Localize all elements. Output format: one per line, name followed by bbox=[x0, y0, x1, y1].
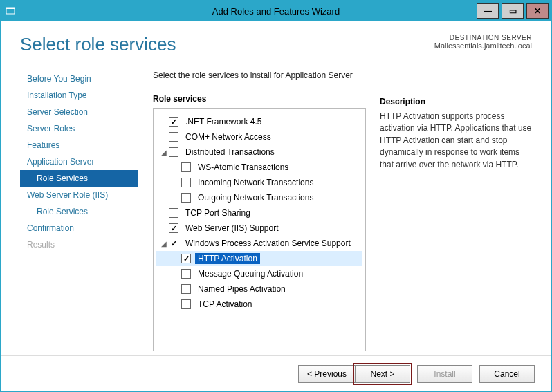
nav-item[interactable]: Before You Begin bbox=[20, 71, 138, 87]
nav-button-group: < Previous Next > bbox=[298, 365, 410, 383]
tree-row[interactable]: ◢Web Server (IIS) Support bbox=[156, 221, 362, 236]
wizard-footer: < Previous Next > Install Cancel bbox=[1, 355, 551, 391]
destination-info: DESTINATION SERVER Mailessentials.jamilt… bbox=[434, 34, 532, 50]
maximize-button[interactable]: ▭ bbox=[502, 3, 524, 19]
tree-row[interactable]: ◢TCP Port Sharing bbox=[156, 205, 362, 221]
tree-row[interactable]: ◢.NET Framework 4.5 bbox=[156, 114, 362, 129]
collapse-icon[interactable]: ◢ bbox=[159, 149, 169, 156]
tree-row[interactable]: ◢HTTP Activation bbox=[156, 251, 362, 266]
tree-item-label: Web Server (IIS) Support bbox=[183, 223, 282, 234]
wizard-nav: Before You BeginInstallation TypeServer … bbox=[20, 71, 138, 351]
tree-row[interactable]: ◢Named Pipes Activation bbox=[156, 281, 362, 297]
nav-item[interactable]: Web Server Role (IIS) bbox=[20, 187, 138, 203]
tree-item-label: HTTP Activation bbox=[195, 253, 260, 264]
checkbox[interactable] bbox=[169, 239, 178, 248]
collapse-icon[interactable]: ◢ bbox=[159, 240, 169, 248]
tree-item-label: COM+ Network Access bbox=[183, 131, 274, 142]
minimize-button[interactable]: — bbox=[477, 3, 499, 19]
nav-item[interactable]: Confirmation bbox=[20, 220, 138, 236]
tree-row[interactable]: ◢Windows Process Activation Service Supp… bbox=[156, 236, 362, 251]
checkbox[interactable] bbox=[181, 269, 191, 279]
page-title: Select role services bbox=[20, 34, 176, 55]
checkbox[interactable] bbox=[181, 193, 191, 203]
tree-item-label: Named Pipes Activation bbox=[195, 283, 288, 295]
destination-value: Mailessentials.jamiltech.local bbox=[434, 41, 532, 50]
tree-item-label: Message Queuing Activation bbox=[195, 268, 306, 279]
nav-item[interactable]: Installation Type bbox=[20, 87, 138, 104]
content-area: Select role services DESTINATION SERVER … bbox=[1, 21, 551, 355]
tree-item-label: Windows Process Activation Service Suppo… bbox=[183, 238, 353, 249]
tree-row[interactable]: ◢TCP Activation bbox=[156, 297, 362, 312]
tree-row[interactable]: ◢Distributed Transactions bbox=[156, 144, 362, 160]
checkbox[interactable] bbox=[181, 162, 191, 172]
tree-item-label: WS-Atomic Transactions bbox=[195, 162, 291, 173]
tree-item-label: Distributed Transactions bbox=[183, 147, 277, 158]
nav-item[interactable]: Role Services bbox=[20, 203, 138, 220]
window-controls: — ▭ ✕ bbox=[477, 4, 551, 19]
role-services-tree[interactable]: ◢.NET Framework 4.5◢COM+ Network Access◢… bbox=[153, 108, 366, 351]
checkbox[interactable] bbox=[169, 208, 178, 218]
nav-item[interactable]: Results bbox=[20, 236, 138, 253]
tree-item-label: TCP Activation bbox=[195, 299, 255, 310]
description-panel: Description HTTP Activation supports pro… bbox=[380, 71, 532, 351]
window-title: Add Roles and Features Wizard bbox=[212, 6, 340, 17]
nav-item[interactable]: Server Selection bbox=[20, 104, 138, 120]
nav-item[interactable]: Features bbox=[20, 137, 138, 153]
checkbox[interactable] bbox=[181, 254, 191, 263]
nav-item[interactable]: Server Roles bbox=[20, 120, 138, 137]
nav-item[interactable]: Application Server bbox=[20, 153, 138, 170]
svg-rect-1 bbox=[6, 8, 15, 9]
tree-item-label: .NET Framework 4.5 bbox=[183, 116, 264, 127]
checkbox[interactable] bbox=[169, 147, 178, 157]
tree-item-label: TCP Port Sharing bbox=[183, 207, 253, 218]
destination-label: DESTINATION SERVER bbox=[434, 34, 532, 41]
titlebar[interactable]: Add Roles and Features Wizard — ▭ ✕ bbox=[1, 1, 551, 21]
tree-item-label: Incoming Network Transactions bbox=[195, 177, 316, 188]
checkbox[interactable] bbox=[169, 223, 178, 233]
tree-row[interactable]: ◢WS-Atomic Transactions bbox=[156, 160, 362, 175]
description-label: Description bbox=[380, 97, 532, 106]
header-row: Select role services DESTINATION SERVER … bbox=[20, 34, 532, 55]
nav-item[interactable]: Role Services bbox=[20, 170, 138, 187]
checkbox[interactable] bbox=[181, 299, 191, 309]
main-panel: Select the role services to install for … bbox=[153, 71, 532, 351]
app-icon bbox=[5, 6, 16, 17]
tree-label: Role services bbox=[153, 94, 366, 104]
role-services-panel: Select the role services to install for … bbox=[153, 71, 366, 351]
tree-row[interactable]: ◢Outgoing Network Transactions bbox=[156, 190, 362, 205]
instruction-text: Select the role services to install for … bbox=[153, 71, 366, 80]
tree-row[interactable]: ◢Incoming Network Transactions bbox=[156, 175, 362, 190]
close-button[interactable]: ✕ bbox=[526, 3, 549, 19]
checkbox[interactable] bbox=[169, 132, 178, 142]
tree-row[interactable]: ◢COM+ Network Access bbox=[156, 129, 362, 144]
checkbox[interactable] bbox=[181, 178, 191, 187]
wizard-window: Add Roles and Features Wizard — ▭ ✕ Sele… bbox=[0, 0, 552, 392]
tree-row[interactable]: ◢Message Queuing Activation bbox=[156, 266, 362, 281]
checkbox[interactable] bbox=[181, 284, 191, 294]
previous-button[interactable]: < Previous bbox=[298, 365, 355, 383]
checkbox[interactable] bbox=[169, 117, 178, 127]
tree-item-label: Outgoing Network Transactions bbox=[195, 192, 316, 203]
description-text: HTTP Activation supports process activat… bbox=[380, 111, 532, 171]
next-button[interactable]: Next > bbox=[355, 365, 410, 383]
install-button[interactable]: Install bbox=[417, 365, 472, 383]
body-row: Before You BeginInstallation TypeServer … bbox=[20, 71, 532, 351]
cancel-button[interactable]: Cancel bbox=[479, 365, 535, 383]
